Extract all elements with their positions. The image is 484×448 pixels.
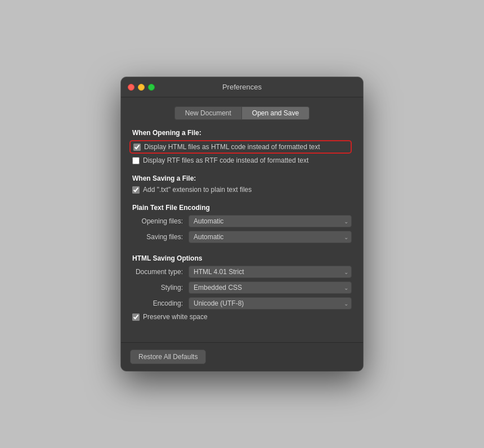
maximize-button[interactable]	[148, 84, 155, 91]
display-rtf-checkbox[interactable]	[132, 157, 140, 164]
document-type-label: Document type:	[132, 268, 189, 276]
document-type-select-wrapper: HTML 4.01 Strict HTML 5 XHTML 1.0 Strict…	[189, 266, 352, 278]
section-when-opening: When Opening a File: Display HTML files …	[132, 129, 352, 167]
document-type-row: Document type: HTML 4.01 Strict HTML 5 X…	[132, 266, 352, 278]
display-html-label[interactable]: Display HTML files as HTML code instead …	[144, 143, 320, 151]
saving-files-select-wrapper: Automatic Unicode (UTF-8) Western (ISO L…	[189, 231, 352, 243]
encoding-label: Encoding:	[132, 299, 189, 307]
traffic-lights	[128, 84, 155, 91]
html-saving-label: HTML Saving Options	[132, 254, 352, 262]
section-plain-text: Plain Text File Encoding Opening files: …	[132, 204, 352, 247]
styling-select[interactable]: Embedded CSS Inline CSS No CSS	[189, 281, 352, 294]
saving-files-row: Saving files: Automatic Unicode (UTF-8) …	[132, 231, 352, 243]
encoding-row: Encoding: Unicode (UTF-8) Western (ISO L…	[132, 297, 352, 310]
plain-text-label: Plain Text File Encoding	[132, 204, 352, 212]
content-area: New Document Open and Save When Opening …	[121, 97, 363, 342]
bottom-bar: Restore All Defaults	[121, 342, 363, 371]
preferences-window: Preferences New Document Open and Save W…	[121, 77, 363, 371]
minimize-button[interactable]	[138, 84, 145, 91]
styling-row: Styling: Embedded CSS Inline CSS No CSS …	[132, 281, 352, 294]
when-opening-label: When Opening a File:	[132, 129, 352, 137]
title-bar: Preferences	[121, 77, 363, 97]
section-when-saving: When Saving a File: Add ".txt" extension…	[132, 174, 352, 196]
preserve-whitespace-label[interactable]: Preserve white space	[143, 313, 208, 321]
tab-new-document[interactable]: New Document	[174, 106, 241, 120]
encoding-select-wrapper: Unicode (UTF-8) Western (ISO Latin 1) Ja…	[189, 297, 352, 310]
saving-files-label: Saving files:	[132, 233, 189, 241]
tab-bar: New Document Open and Save	[132, 106, 352, 120]
close-button[interactable]	[128, 84, 135, 91]
preserve-whitespace-row: Preserve white space	[132, 313, 352, 321]
add-txt-checkbox[interactable]	[132, 186, 140, 194]
section-html-saving: HTML Saving Options Document type: HTML …	[132, 254, 352, 323]
styling-select-wrapper: Embedded CSS Inline CSS No CSS ⌄	[189, 281, 352, 294]
document-type-select[interactable]: HTML 4.01 Strict HTML 5 XHTML 1.0 Strict…	[189, 266, 352, 278]
styling-label: Styling:	[132, 284, 189, 292]
tab-open-and-save[interactable]: Open and Save	[241, 106, 310, 120]
when-saving-label: When Saving a File:	[132, 174, 352, 182]
opening-files-select[interactable]: Automatic Unicode (UTF-8) Western (ISO L…	[189, 215, 352, 227]
display-rtf-row: Display RTF files as RTF code instead of…	[132, 156, 352, 164]
encoding-select[interactable]: Unicode (UTF-8) Western (ISO Latin 1) Ja…	[189, 297, 352, 310]
window-title: Preferences	[222, 83, 262, 91]
opening-files-row: Opening files: Automatic Unicode (UTF-8)…	[132, 215, 352, 227]
display-html-checkbox[interactable]	[133, 144, 141, 151]
display-rtf-label[interactable]: Display RTF files as RTF code instead of…	[143, 156, 308, 164]
restore-defaults-button[interactable]: Restore All Defaults	[130, 350, 206, 364]
preserve-whitespace-checkbox[interactable]	[132, 313, 140, 321]
opening-files-label: Opening files:	[132, 217, 189, 225]
saving-files-select[interactable]: Automatic Unicode (UTF-8) Western (ISO L…	[189, 231, 352, 243]
display-html-row: Display HTML files as HTML code instead …	[129, 140, 352, 154]
add-txt-row: Add ".txt" extension to plain text files	[132, 186, 352, 194]
opening-files-select-wrapper: Automatic Unicode (UTF-8) Western (ISO L…	[189, 215, 352, 227]
add-txt-label[interactable]: Add ".txt" extension to plain text files	[143, 186, 252, 194]
